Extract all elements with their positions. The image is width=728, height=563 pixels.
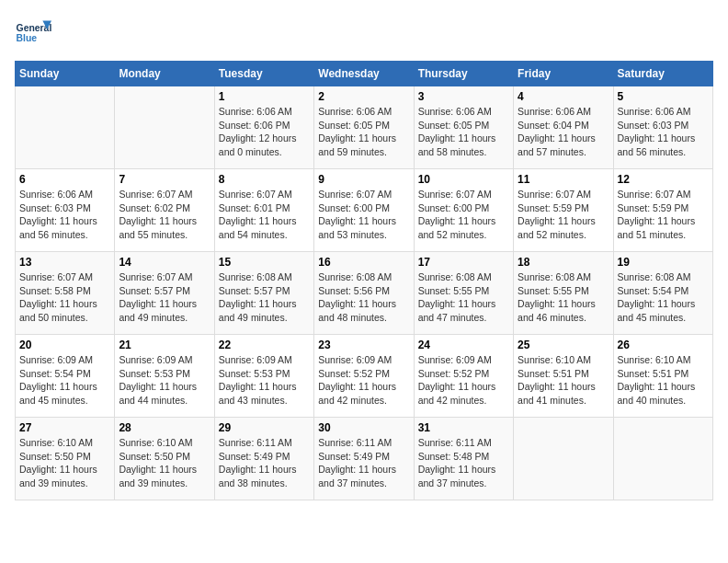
day-number: 10 <box>418 173 509 186</box>
day-info: Sunrise: 6:07 AMSunset: 5:58 PMDaylight:… <box>19 270 110 325</box>
day-info: Sunrise: 6:06 AMSunset: 6:03 PMDaylight:… <box>618 105 709 159</box>
calendar-cell: 4Sunrise: 6:06 AMSunset: 6:04 PMDaylight… <box>514 86 613 169</box>
calendar-cell <box>613 418 712 500</box>
day-number: 25 <box>518 339 609 351</box>
day-number: 16 <box>318 256 409 269</box>
day-info: Sunrise: 6:08 AMSunset: 5:56 PMDaylight:… <box>318 270 409 325</box>
calendar-cell: 23Sunrise: 6:09 AMSunset: 5:52 PMDayligh… <box>314 335 414 418</box>
day-number: 7 <box>119 173 210 186</box>
day-info: Sunrise: 6:08 AMSunset: 5:55 PMDaylight:… <box>518 270 609 325</box>
day-info: Sunrise: 6:08 AMSunset: 5:54 PMDaylight:… <box>618 270 709 325</box>
calendar-cell: 6Sunrise: 6:06 AMSunset: 6:03 PMDaylight… <box>16 169 115 252</box>
day-info: Sunrise: 6:06 AMSunset: 6:05 PMDaylight:… <box>418 105 509 159</box>
day-number: 11 <box>518 173 609 186</box>
day-info: Sunrise: 6:11 AMSunset: 5:49 PMDaylight:… <box>219 436 310 490</box>
day-number: 30 <box>318 421 409 434</box>
day-number: 13 <box>19 256 110 269</box>
day-info: Sunrise: 6:09 AMSunset: 5:53 PMDaylight:… <box>119 353 210 408</box>
calendar-cell: 16Sunrise: 6:08 AMSunset: 5:56 PMDayligh… <box>314 252 414 335</box>
calendar-cell: 14Sunrise: 6:07 AMSunset: 5:57 PMDayligh… <box>115 252 214 335</box>
day-info: Sunrise: 6:11 AMSunset: 5:49 PMDaylight:… <box>318 436 409 490</box>
page-header: General Blue <box>15 15 713 52</box>
day-info: Sunrise: 6:07 AMSunset: 6:00 PMDaylight:… <box>418 188 509 242</box>
day-info: Sunrise: 6:07 AMSunset: 5:57 PMDaylight:… <box>119 270 210 325</box>
calendar-cell: 5Sunrise: 6:06 AMSunset: 6:03 PMDaylight… <box>613 86 712 169</box>
day-number: 3 <box>418 90 509 103</box>
calendar-cell: 26Sunrise: 6:10 AMSunset: 5:51 PMDayligh… <box>613 335 712 418</box>
week-row-2: 6Sunrise: 6:06 AMSunset: 6:03 PMDaylight… <box>16 169 713 252</box>
calendar-cell: 11Sunrise: 6:07 AMSunset: 5:59 PMDayligh… <box>514 169 613 252</box>
day-info: Sunrise: 6:07 AMSunset: 6:00 PMDaylight:… <box>318 188 409 242</box>
calendar-cell: 22Sunrise: 6:09 AMSunset: 5:53 PMDayligh… <box>214 335 313 418</box>
calendar-cell: 21Sunrise: 6:09 AMSunset: 5:53 PMDayligh… <box>115 335 214 418</box>
weekday-header-sunday: Sunday <box>16 62 115 86</box>
day-number: 31 <box>418 421 509 434</box>
calendar-cell: 10Sunrise: 6:07 AMSunset: 6:00 PMDayligh… <box>414 169 513 252</box>
weekday-header-wednesday: Wednesday <box>314 62 414 86</box>
calendar-cell: 18Sunrise: 6:08 AMSunset: 5:55 PMDayligh… <box>514 252 613 335</box>
calendar-cell: 13Sunrise: 6:07 AMSunset: 5:58 PMDayligh… <box>16 252 115 335</box>
calendar-cell: 29Sunrise: 6:11 AMSunset: 5:49 PMDayligh… <box>214 418 313 500</box>
week-row-3: 13Sunrise: 6:07 AMSunset: 5:58 PMDayligh… <box>16 252 713 335</box>
day-number: 1 <box>219 90 310 103</box>
day-info: Sunrise: 6:11 AMSunset: 5:48 PMDaylight:… <box>418 436 509 490</box>
day-number: 26 <box>618 339 709 351</box>
day-info: Sunrise: 6:07 AMSunset: 5:59 PMDaylight:… <box>518 188 609 242</box>
day-number: 24 <box>418 339 509 351</box>
day-number: 28 <box>119 421 210 434</box>
day-info: Sunrise: 6:06 AMSunset: 6:03 PMDaylight:… <box>19 188 110 242</box>
weekday-header-monday: Monday <box>115 62 214 86</box>
weekday-header-saturday: Saturday <box>613 62 712 86</box>
day-info: Sunrise: 6:09 AMSunset: 5:54 PMDaylight:… <box>19 353 110 408</box>
calendar-cell: 2Sunrise: 6:06 AMSunset: 6:05 PMDaylight… <box>314 86 414 169</box>
calendar-cell <box>514 418 613 500</box>
calendar-cell <box>16 86 115 169</box>
day-number: 4 <box>518 90 609 103</box>
weekday-header-thursday: Thursday <box>414 62 513 86</box>
day-info: Sunrise: 6:10 AMSunset: 5:51 PMDaylight:… <box>618 353 709 408</box>
calendar-cell: 19Sunrise: 6:08 AMSunset: 5:54 PMDayligh… <box>613 252 712 335</box>
logo-icon: General Blue <box>15 15 51 52</box>
calendar-cell: 27Sunrise: 6:10 AMSunset: 5:50 PMDayligh… <box>16 418 115 500</box>
day-number: 12 <box>618 173 709 186</box>
weekday-header-tuesday: Tuesday <box>214 62 313 86</box>
day-number: 20 <box>19 339 110 351</box>
calendar-cell: 8Sunrise: 6:07 AMSunset: 6:01 PMDaylight… <box>214 169 313 252</box>
day-info: Sunrise: 6:09 AMSunset: 5:52 PMDaylight:… <box>318 353 409 408</box>
weekday-header-friday: Friday <box>514 62 613 86</box>
day-number: 29 <box>219 421 310 434</box>
day-info: Sunrise: 6:07 AMSunset: 6:02 PMDaylight:… <box>119 188 210 242</box>
week-row-1: 1Sunrise: 6:06 AMSunset: 6:06 PMDaylight… <box>16 86 713 169</box>
day-number: 19 <box>618 256 709 269</box>
day-number: 14 <box>119 256 210 269</box>
day-number: 6 <box>19 173 110 186</box>
calendar-cell: 9Sunrise: 6:07 AMSunset: 6:00 PMDaylight… <box>314 169 414 252</box>
day-info: Sunrise: 6:06 AMSunset: 6:06 PMDaylight:… <box>219 105 310 159</box>
day-info: Sunrise: 6:06 AMSunset: 6:04 PMDaylight:… <box>518 105 609 159</box>
calendar-cell: 7Sunrise: 6:07 AMSunset: 6:02 PMDaylight… <box>115 169 214 252</box>
day-number: 23 <box>318 339 409 351</box>
day-info: Sunrise: 6:10 AMSunset: 5:51 PMDaylight:… <box>518 353 609 408</box>
day-info: Sunrise: 6:08 AMSunset: 5:57 PMDaylight:… <box>219 270 310 325</box>
day-number: 27 <box>19 421 110 434</box>
day-number: 17 <box>418 256 509 269</box>
day-number: 15 <box>219 256 310 269</box>
calendar-cell: 3Sunrise: 6:06 AMSunset: 6:05 PMDaylight… <box>414 86 513 169</box>
week-row-4: 20Sunrise: 6:09 AMSunset: 5:54 PMDayligh… <box>16 335 713 418</box>
day-number: 5 <box>618 90 709 103</box>
calendar-cell: 1Sunrise: 6:06 AMSunset: 6:06 PMDaylight… <box>214 86 313 169</box>
day-info: Sunrise: 6:08 AMSunset: 5:55 PMDaylight:… <box>418 270 509 325</box>
calendar-cell: 15Sunrise: 6:08 AMSunset: 5:57 PMDayligh… <box>214 252 313 335</box>
weekday-header-row: SundayMondayTuesdayWednesdayThursdayFrid… <box>16 62 713 86</box>
calendar-cell: 31Sunrise: 6:11 AMSunset: 5:48 PMDayligh… <box>414 418 513 500</box>
day-number: 8 <box>219 173 310 186</box>
day-info: Sunrise: 6:09 AMSunset: 5:53 PMDaylight:… <box>219 353 310 408</box>
day-number: 22 <box>219 339 310 351</box>
calendar-cell: 20Sunrise: 6:09 AMSunset: 5:54 PMDayligh… <box>16 335 115 418</box>
day-info: Sunrise: 6:06 AMSunset: 6:05 PMDaylight:… <box>318 105 409 159</box>
day-info: Sunrise: 6:10 AMSunset: 5:50 PMDaylight:… <box>119 436 210 490</box>
day-info: Sunrise: 6:07 AMSunset: 5:59 PMDaylight:… <box>618 188 709 242</box>
day-number: 2 <box>318 90 409 103</box>
svg-text:Blue: Blue <box>17 33 38 43</box>
calendar-cell <box>115 86 214 169</box>
